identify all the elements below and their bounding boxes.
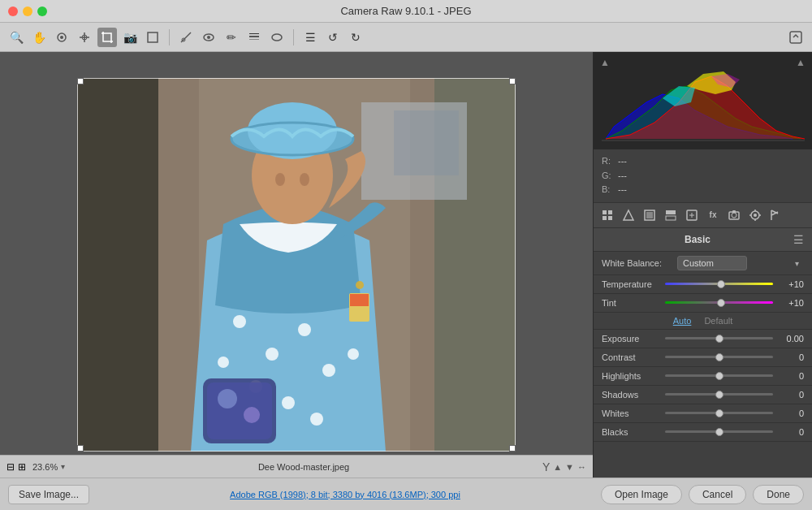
svg-point-67 [754,214,757,217]
temperature-thumb[interactable] [717,280,725,288]
tint-thumb[interactable] [717,299,725,307]
single-view-icon[interactable]: ⊟ [6,461,15,473]
zoom-value: 23.6% [32,462,58,472]
presets-btn[interactable] [746,206,764,224]
crop-handle-tr[interactable] [509,78,516,84]
svg-rect-16 [249,39,259,40]
graduated-filter[interactable] [244,28,264,47]
svg-point-31 [322,364,335,377]
b-value: --- [618,183,627,197]
done-button[interactable]: Done [753,485,804,504]
hsl-btn[interactable] [641,206,659,224]
nav-up-icon[interactable]: ▲ [553,462,562,472]
open-photoshop-btn[interactable] [786,28,806,47]
canvas-area[interactable]: ⊟ ⊞ 23.6% ▾ Dee Wood-master.jpeg Y ▲ ▼ ↔ [0,52,593,478]
basic-panel-section: Basic ☰ White Balance: Custom As Shot Au… [594,228,812,478]
svg-rect-58 [666,210,676,214]
camera-cal-btn[interactable] [725,206,743,224]
whites-track [665,412,773,414]
whites-label: Whites [602,408,659,418]
histogram-chart [598,70,809,143]
crop-handle-br[interactable] [509,445,516,452]
temperature-slider-wrapper [665,279,773,290]
highlights-value: 0 [780,371,804,381]
redeye-tool[interactable] [199,28,218,47]
fx-btn[interactable]: fx [704,206,722,224]
title-bar: Camera Raw 9.10.1 - JPEG [0,0,812,23]
view-mode-icons: ⊟ ⊞ [6,461,26,473]
zoom-control: 23.6% ▾ [32,462,65,472]
auto-default-row: Auto Default [594,313,812,330]
color-sampler-tool[interactable] [75,28,94,47]
highlight-clipping-icon[interactable]: ▲ [600,57,610,68]
separator-1 [169,29,170,45]
camera-tool[interactable]: 📷 [120,28,140,47]
zoom-dropdown-icon[interactable]: ▾ [61,462,65,471]
save-image-button[interactable]: Save Image... [8,485,89,504]
svg-rect-19 [790,32,801,43]
status-icon-1[interactable]: Y [542,460,550,473]
crop-handle-tl[interactable] [77,78,84,84]
spot-removal-tool[interactable] [176,28,196,47]
crop-handle-bl[interactable] [77,445,84,452]
image-info-link[interactable]: Adobe RGB (1998); 8 bit; 3380 by 4016 (1… [96,490,594,499]
transform-tool[interactable] [143,28,162,47]
cancel-button[interactable]: Cancel [689,485,746,504]
close-button[interactable] [8,6,18,16]
auto-button[interactable]: Auto [673,316,692,326]
hand-tool[interactable]: ✋ [29,28,49,47]
r-label: R: [602,154,611,169]
svg-rect-59 [666,216,676,220]
svg-rect-15 [249,36,259,37]
window-controls [8,6,47,16]
r-value: --- [618,154,627,169]
crop-tool[interactable] [97,28,117,47]
contrast-thumb[interactable] [715,353,723,361]
minimize-button[interactable] [23,6,32,16]
exposure-thumb[interactable] [715,335,723,343]
tint-value: +10 [780,298,804,308]
canvas-status-bar: ⊟ ⊞ 23.6% ▾ Dee Wood-master.jpeg Y ▲ ▼ ↔ [0,455,593,478]
tint-label: Tint [602,298,659,308]
white-balance-tool[interactable] [52,28,71,47]
blacks-thumb[interactable] [715,428,723,436]
compare-view-icon[interactable]: ⊞ [18,461,26,473]
basic-panel-btn[interactable] [598,206,616,224]
nav-down-icon[interactable]: ▼ [565,462,574,472]
detail-btn[interactable] [683,206,701,224]
b-label: B: [602,183,611,197]
rotate-cw-btn[interactable]: ↻ [346,28,365,47]
status-right-icons: Y ▲ ▼ ↔ [542,460,586,473]
adjustment-brush[interactable]: ✏ [222,28,241,47]
blacks-row: Blacks 0 [594,423,812,442]
snapshots-btn[interactable] [767,206,785,224]
shadows-thumb[interactable] [715,391,723,399]
highlights-thumb[interactable] [715,372,723,380]
status-icon-2[interactable]: ↔ [577,462,586,472]
split-toning-btn[interactable] [662,206,680,224]
rotate-ccw-btn[interactable]: ↺ [323,28,343,47]
tone-curve-btn[interactable] [620,206,637,224]
zoom-tool[interactable]: 🔍 [6,28,26,47]
bottom-bar: Save Image... Adobe RGB (1998); 8 bit; 3… [0,478,812,510]
default-button[interactable]: Default [704,316,732,326]
shadow-clipping-icon[interactable]: ▲ [796,57,806,68]
radial-filter[interactable] [267,28,287,47]
white-balance-row: White Balance: Custom As Shot Auto Dayli… [594,252,812,275]
histogram-area: ▲ ▲ [594,52,812,149]
svg-rect-48 [350,294,369,306]
highlights-row: Highlights 0 [594,367,812,386]
whites-slider-wrapper [665,408,773,419]
section-menu-icon[interactable]: ☰ [793,233,804,246]
r-value-row: R: --- [602,154,804,169]
highlights-track [665,374,773,377]
preferences-btn[interactable]: ☰ [300,28,320,47]
whites-thumb[interactable] [715,409,723,417]
shadows-value: 0 [780,390,804,400]
wb-select[interactable]: Custom As Shot Auto Daylight Cloudy Shad… [677,256,747,270]
open-image-button[interactable]: Open Image [601,485,682,504]
svg-rect-17 [249,33,259,34]
right-panel: ▲ ▲ R: [593,52,812,478]
maximize-button[interactable] [37,6,47,16]
shadows-slider-wrapper [665,389,773,400]
